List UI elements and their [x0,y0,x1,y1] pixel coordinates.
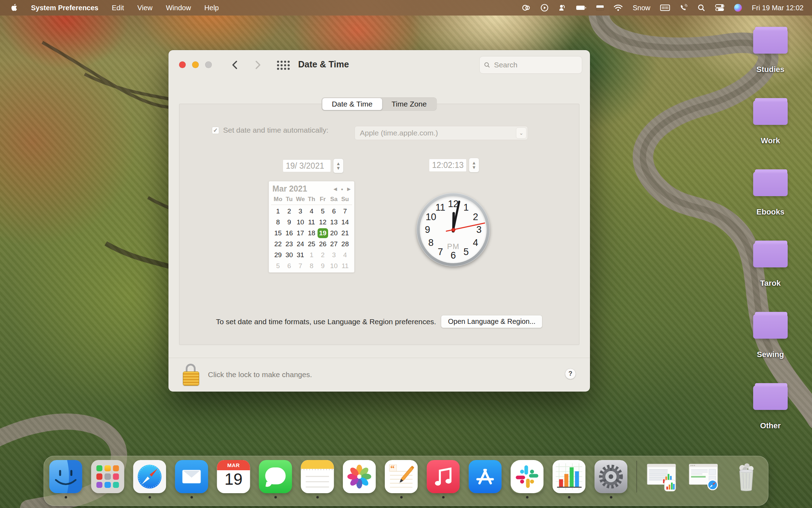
calendar-day[interactable]: 7 [339,206,351,217]
desktop-folder-studies[interactable]: Studies [750,27,791,74]
menu-item[interactable]: Window [166,4,191,12]
dock-launchpad[interactable] [91,460,124,493]
play-circle-icon[interactable] [541,4,548,12]
calendar-day[interactable]: 2 [317,249,328,260]
calendar-day[interactable]: 23 [284,238,295,249]
calendar-next-icon[interactable]: ▶ [347,186,351,192]
calendar-day[interactable]: 10 [295,217,306,228]
calendar-day[interactable]: 2 [284,206,295,217]
calendar-day[interactable]: 5 [272,260,284,271]
calendar-day[interactable]: 28 [339,238,351,249]
menu-bar-clock[interactable]: Fri 19 Mar 12:02 [752,4,804,12]
calendar-day[interactable]: 3 [328,249,340,260]
dock-photos[interactable] [343,460,376,493]
menu-item[interactable]: Edit [112,4,124,12]
calendar-day[interactable]: 9 [317,260,328,271]
calendar-day[interactable]: 30 [284,249,295,260]
calendar-day[interactable]: 13 [328,217,340,228]
calendar-day[interactable]: 3 [295,206,306,217]
calendar-today-icon[interactable]: ● [341,187,343,191]
auto-set-checkbox[interactable]: ✓ [212,127,219,134]
tab-date-time[interactable]: Date & Time [322,98,382,110]
calendar-day[interactable]: 4 [306,206,317,217]
calendar-day[interactable]: 27 [328,238,340,249]
battery-icon[interactable] [576,4,586,12]
calendar-day[interactable]: 7 [295,260,306,271]
headset-icon[interactable] [558,4,566,12]
calendar-day[interactable]: 6 [284,260,295,271]
siri-icon[interactable] [734,4,742,12]
calendar-day[interactable]: 4 [339,249,351,260]
calendar-day[interactable]: 11 [306,217,317,228]
dock-mail[interactable] [175,460,208,493]
calendar-day[interactable]: 11 [339,260,351,271]
calendar-selected-day[interactable]: 19 [317,228,328,238]
calendar-day[interactable]: 26 [317,238,328,249]
calendar-day[interactable]: 20 [328,228,340,238]
date-field[interactable]: 19/ 3/2021 [283,159,331,172]
calendar-day[interactable]: 5 [317,206,328,217]
minimize-button[interactable] [192,61,199,68]
lock-icon[interactable] [183,364,199,386]
dock-finder[interactable] [49,460,82,493]
desktop-folder-work[interactable]: Work [750,98,791,145]
calendar-day[interactable]: 24 [295,238,306,249]
back-button[interactable] [228,59,241,71]
calendar-day[interactable]: 8 [306,260,317,271]
calendar-day[interactable]: 21 [339,228,351,238]
open-language-region-button[interactable]: Open Language & Region... [441,315,542,328]
desktop-folder-tarok[interactable]: Tarok [750,241,791,288]
calendar-day[interactable]: 15 [272,228,284,238]
wifi-icon[interactable] [614,4,623,12]
calendar-day[interactable]: 18 [306,228,317,238]
dock-sysprefs[interactable] [595,460,628,493]
time-server-dropdown[interactable]: Apple (time.apple.com.) ⌄ [355,126,528,140]
poland-flag-icon[interactable] [596,5,604,10]
dock-messages[interactable] [259,460,292,493]
dock-minimized-safari-window[interactable] [688,460,721,493]
dock-music[interactable] [427,460,460,493]
dock-trash[interactable] [730,460,763,493]
calendar-day[interactable]: 16 [284,228,295,238]
spotlight-search-icon[interactable] [697,4,705,12]
calendar-day[interactable]: 6 [328,206,340,217]
search-input[interactable] [493,60,578,69]
dock-slack[interactable] [511,460,544,493]
creative-cloud-icon[interactable] [522,4,531,12]
dock-calendar[interactable]: MAR 19 [217,460,250,493]
calendar-day[interactable]: 25 [306,238,317,249]
date-stepper[interactable]: ▲▼ [333,158,344,173]
time-field[interactable]: 12:02:13 [429,159,467,172]
dock-numbers[interactable] [553,460,586,493]
show-all-icon[interactable] [276,60,290,72]
calendar-prev-icon[interactable]: ◀ [333,186,337,192]
dock-safari[interactable] [133,460,166,493]
keyboard-icon[interactable] [660,4,670,12]
menu-item[interactable]: Help [204,4,219,12]
zoom-button[interactable] [205,61,212,68]
apple-logo-icon[interactable] [11,4,18,12]
calendar-day[interactable]: 14 [339,217,351,228]
dock-appstore[interactable] [469,460,502,493]
desktop-folder-sewing[interactable]: Sewing [750,312,791,359]
calendar-day[interactable]: 17 [295,228,306,238]
calendar-day[interactable]: 29 [272,249,284,260]
desktop-folder-other[interactable]: Other [750,383,791,430]
calendar-day[interactable]: 8 [272,217,284,228]
close-button[interactable] [179,61,186,68]
help-button[interactable]: ? [565,368,576,379]
forward-button[interactable] [252,59,264,71]
dock-minimized-numbers-window[interactable] [646,460,679,493]
search-field[interactable] [479,56,582,74]
calendar-day[interactable]: 1 [272,206,284,217]
menu-app-name[interactable]: System Preferences [31,4,98,12]
wifi-network-name[interactable]: Snow [633,4,650,12]
calendar-day[interactable]: 9 [284,217,295,228]
desktop-folder-ebooks[interactable]: Ebooks [750,169,791,217]
dock-notes[interactable] [301,460,334,493]
tab-time-zone[interactable]: Time Zone [382,98,436,110]
phone-icon[interactable] [680,4,688,12]
dock-pages[interactable]: “ [385,460,418,493]
calendar-day[interactable]: 31 [295,249,306,260]
calendar-day[interactable]: 12 [317,217,328,228]
